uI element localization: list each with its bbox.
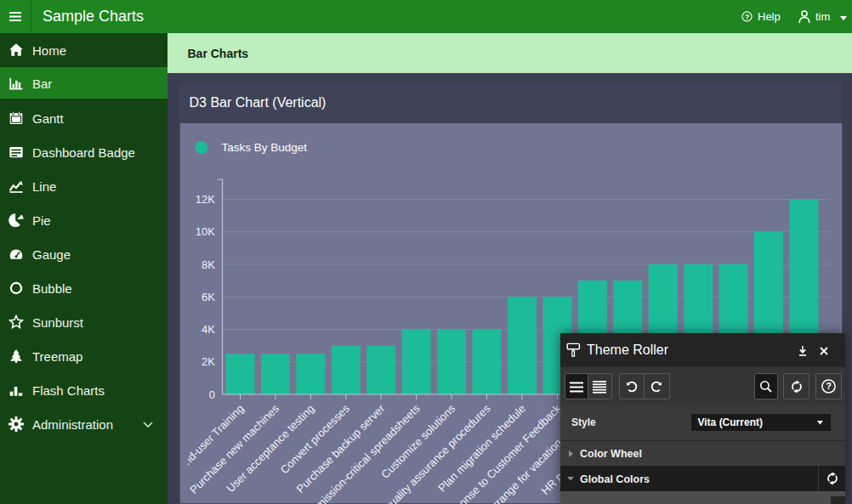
- svg-text:?: ?: [826, 381, 832, 391]
- svg-text:0: 0: [209, 388, 215, 400]
- svg-text:6K: 6K: [202, 290, 215, 303]
- svg-text:?: ?: [745, 13, 749, 21]
- svg-text:4K: 4K: [202, 323, 215, 336]
- svg-text:2K: 2K: [202, 355, 215, 368]
- svg-text:8K: 8K: [202, 258, 215, 270]
- svg-text:Tasks By Budget: Tasks By Budget: [222, 141, 308, 154]
- svg-text:10K: 10K: [196, 225, 215, 238]
- svg-text:12K: 12K: [196, 193, 215, 206]
